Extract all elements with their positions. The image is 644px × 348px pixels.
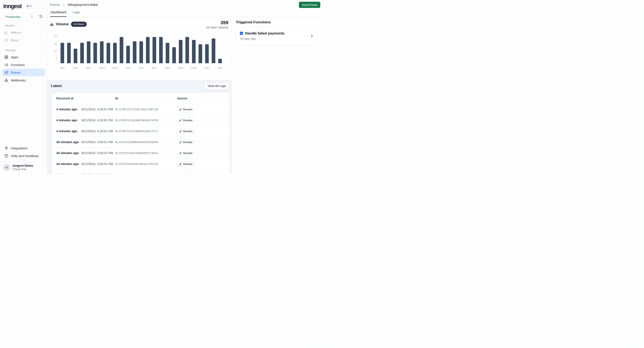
source-badge[interactable]: Render bbox=[177, 161, 195, 167]
user-org: Inngest Demo bbox=[12, 164, 33, 167]
environment-settings-button[interactable] bbox=[38, 14, 44, 20]
source-badge[interactable]: Render bbox=[177, 128, 195, 134]
main-column: Volume 24 Hours 359 24 Hour Volume 51015… bbox=[47, 17, 231, 174]
svg-text:15: 15 bbox=[54, 42, 57, 45]
sidebar-item-help[interactable]: Help and Feedback bbox=[2, 152, 45, 160]
volume-total-label: 24 Hour Volume bbox=[206, 26, 228, 29]
function-name: Handle failed payments bbox=[245, 31, 284, 35]
key-icon bbox=[179, 163, 182, 165]
help-circle-icon bbox=[4, 154, 8, 158]
chevron-right-icon bbox=[62, 3, 66, 6]
event-timestamp: 8/21/2024, 3:50:01 PM bbox=[82, 162, 115, 166]
sidebar-item-runs[interactable]: Runs bbox=[2, 36, 45, 44]
column-received-at: Received at bbox=[56, 97, 82, 100]
breadcrumb-events[interactable]: Events bbox=[50, 3, 60, 7]
event-id: 01J5TMY3VJFE0NNP0S3BTE7FC2 bbox=[115, 130, 177, 133]
sidebar-nav: Monitor Metrics Runs Manage Apps bbox=[0, 22, 47, 84]
command-k-shortcut[interactable]: ⌘ K bbox=[24, 4, 34, 9]
latest-title: Latest bbox=[51, 84, 62, 88]
view-all-logs-button[interactable]: View All Logs bbox=[204, 82, 229, 90]
list-dashes-icon bbox=[4, 38, 8, 42]
events-table: Received at ID Source 4 minutes ago 8/21… bbox=[52, 93, 230, 174]
send-event-button[interactable]: Send Event bbox=[299, 2, 320, 8]
source-badge[interactable]: Render bbox=[177, 106, 195, 112]
table-row[interactable]: 4 minutes ago 8/21/2024, 4:20:01 PM 01J5… bbox=[52, 115, 230, 126]
sidebar-item-integrations[interactable]: Integrations bbox=[2, 144, 45, 152]
svg-text:8am: 8am bbox=[165, 67, 170, 69]
function-card[interactable]: <> Handle failed payments 16 days ago bbox=[236, 27, 318, 45]
sidebar-item-label: Webhooks bbox=[11, 78, 26, 82]
svg-text:5: 5 bbox=[56, 57, 57, 60]
received-at: 4 minutes ago bbox=[56, 129, 82, 133]
events-windows-icon bbox=[4, 71, 8, 75]
environment-select[interactable]: Production bbox=[3, 14, 36, 20]
source-badge[interactable]: Render bbox=[177, 150, 195, 156]
nav-gap bbox=[0, 44, 47, 47]
received-at: 34 minutes ago bbox=[56, 162, 82, 166]
breadcrumb: Events billing/payment.failed bbox=[50, 3, 98, 7]
key-icon bbox=[179, 119, 182, 122]
sidebar-item-events[interactable]: Events bbox=[2, 69, 45, 76]
table-row[interactable]: 34 minutes ago 8/21/2024, 3:50:01 PM 01J… bbox=[52, 147, 230, 158]
column-source: Source bbox=[177, 97, 226, 100]
table-row[interactable]: 44 minutes ago 8/21/2024, 3:40:01 PM 01J… bbox=[52, 169, 230, 174]
svg-text:10: 10 bbox=[54, 50, 57, 52]
volume-total: 359 bbox=[206, 20, 228, 26]
sidebar-item-label: Help and Feedback bbox=[11, 154, 39, 158]
tab-logs[interactable]: Logs bbox=[72, 10, 80, 17]
event-timestamp: 8/21/2024, 4:20:01 PM bbox=[82, 129, 115, 133]
table-row[interactable]: 4 minutes ago 8/21/2024, 4:20:01 PM 01J5… bbox=[52, 104, 230, 115]
sidebar-item-webhooks[interactable]: Webhooks bbox=[2, 76, 45, 84]
svg-text:6pm: 6pm bbox=[73, 67, 78, 69]
table-row[interactable]: 4 minutes ago 8/21/2024, 4:20:01 PM 01J5… bbox=[52, 126, 230, 136]
sidebar-item-label: Integrations bbox=[11, 146, 28, 150]
sidebar-item-functions[interactable]: Functions bbox=[2, 61, 45, 69]
event-id: 01J5TJWVXVWBRNH3KF9EZZ5EW0 bbox=[115, 173, 177, 174]
topbar: Events billing/payment.failed Dashboard … bbox=[47, 0, 322, 17]
breadcrumb-current: billing/payment.failed bbox=[68, 3, 98, 7]
source-badge[interactable]: Render bbox=[177, 139, 195, 145]
sidebar-item-label: Functions bbox=[11, 63, 25, 67]
sidebar-item-label: Runs bbox=[11, 38, 18, 42]
received-at: 34 minutes ago bbox=[56, 151, 82, 155]
tab-dashboard[interactable]: Dashboard bbox=[50, 10, 66, 17]
environment-row: Production bbox=[0, 10, 47, 20]
sidebar-item-metrics[interactable]: Metrics bbox=[2, 29, 45, 36]
received-at: 4 minutes ago bbox=[56, 108, 82, 111]
shapes-grid-icon bbox=[4, 55, 8, 59]
event-timestamp: 8/21/2024, 4:20:01 PM bbox=[82, 118, 115, 122]
key-icon bbox=[179, 173, 182, 174]
triggered-functions-panel: Triggered Functions <> Handle failed pay… bbox=[231, 17, 322, 174]
environment-label: Production bbox=[6, 15, 30, 19]
inngest-logo: inngest bbox=[3, 3, 22, 10]
key-icon bbox=[179, 130, 182, 133]
range-badge[interactable]: 24 Hours bbox=[71, 22, 87, 27]
latest-header: Latest View All Logs bbox=[51, 82, 229, 90]
svg-text:6am: 6am bbox=[152, 67, 156, 69]
sidebar-item-label: Events bbox=[11, 71, 21, 74]
received-at: 4 minutes ago bbox=[56, 118, 82, 122]
table-row[interactable]: 34 minutes ago 8/21/2024, 3:50:01 PM 01J… bbox=[52, 158, 230, 169]
svg-text:12pm: 12pm bbox=[191, 67, 197, 69]
key-icon bbox=[179, 152, 182, 154]
table-header-row: Received at ID Source bbox=[52, 93, 230, 104]
user-menu[interactable]: IN Inngest Demo Charly Poly bbox=[0, 161, 47, 173]
tab-bar: Dashboard Logs bbox=[50, 10, 80, 17]
logo-row: inngest ⌘ K bbox=[0, 0, 47, 10]
chevron-up-down-icon bbox=[30, 15, 34, 19]
table-row[interactable]: 34 minutes ago 8/21/2024, 3:50:01 PM 01J… bbox=[52, 136, 230, 147]
sidebar-item-apps[interactable]: Apps bbox=[2, 53, 45, 61]
column-id: ID bbox=[115, 97, 177, 100]
chevron-right-icon bbox=[310, 35, 314, 38]
received-at: 44 minutes ago bbox=[56, 173, 82, 174]
source-badge[interactable]: Render bbox=[177, 117, 195, 123]
function-last-triggered: 16 days ago bbox=[240, 37, 314, 40]
svg-text:8pm: 8pm bbox=[86, 67, 91, 69]
source-badge[interactable]: Render bbox=[177, 172, 195, 174]
event-id: 01J5TK75XE9FAGJWTA5V1PDJS8 bbox=[115, 162, 177, 166]
latest-section: Latest View All Logs Received at ID Sour… bbox=[47, 80, 231, 174]
plug-icon bbox=[4, 146, 8, 150]
volume-title: Volume bbox=[56, 22, 69, 26]
svg-text:12am: 12am bbox=[112, 67, 118, 69]
avatar: IN bbox=[3, 164, 10, 171]
